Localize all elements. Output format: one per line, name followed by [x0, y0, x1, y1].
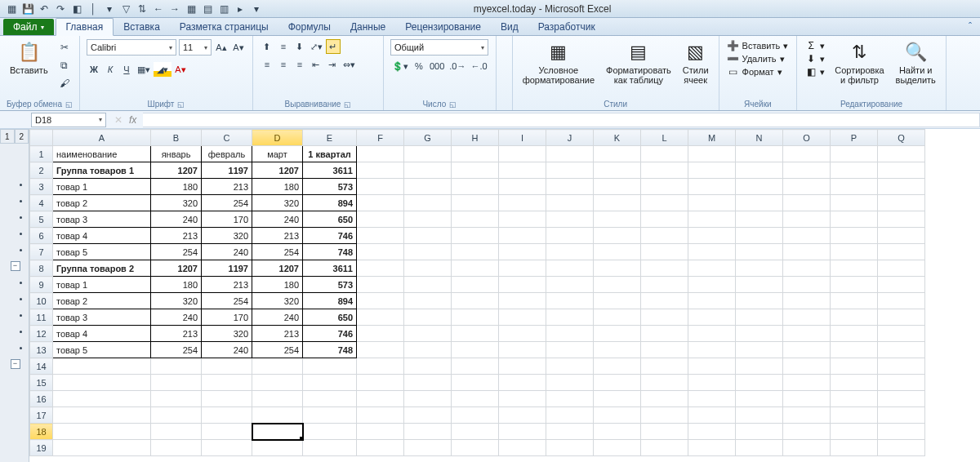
cell[interactable] — [641, 424, 688, 440]
cell[interactable]: 894 — [303, 293, 357, 309]
cell[interactable] — [878, 358, 925, 375]
tab-data[interactable]: Данные — [341, 19, 395, 35]
cell[interactable]: товар 4 — [53, 326, 151, 342]
cell[interactable]: 894 — [303, 195, 357, 211]
select-all-corner[interactable] — [30, 130, 53, 146]
tab-file[interactable]: Файл — [3, 19, 54, 35]
cell[interactable] — [404, 228, 452, 244]
cell[interactable]: товар 3 — [53, 309, 151, 326]
qat-icon-8[interactable]: ▥ — [217, 2, 230, 16]
save-icon[interactable]: 💾 — [21, 2, 34, 16]
cell[interactable] — [151, 424, 202, 440]
cell[interactable] — [641, 211, 688, 228]
cell[interactable] — [641, 440, 688, 456]
cell[interactable]: товар 1 — [53, 277, 151, 293]
column-header[interactable]: C — [202, 130, 252, 146]
cell[interactable] — [736, 293, 783, 309]
cell[interactable] — [878, 146, 925, 162]
font-color-button[interactable]: A▾ — [173, 62, 188, 77]
cell[interactable] — [831, 244, 878, 260]
cell[interactable] — [641, 375, 688, 391]
cell[interactable] — [688, 391, 736, 407]
cell[interactable]: 3611 — [303, 260, 357, 277]
cell[interactable] — [499, 211, 546, 228]
cell[interactable] — [546, 293, 594, 309]
cell[interactable] — [783, 424, 831, 440]
wrap-text-icon[interactable]: ↵ — [326, 39, 341, 54]
cell[interactable]: 254 — [252, 244, 303, 260]
cell[interactable]: 3611 — [303, 162, 357, 179]
cell[interactable] — [357, 146, 404, 162]
cell[interactable]: 254 — [151, 342, 202, 358]
cell[interactable] — [499, 375, 546, 391]
cell[interactable] — [594, 244, 641, 260]
qat-icon-4[interactable]: ← — [152, 2, 165, 16]
cell[interactable]: 240 — [252, 309, 303, 326]
cell[interactable] — [688, 228, 736, 244]
cell[interactable] — [594, 391, 641, 407]
cell[interactable]: 254 — [202, 195, 252, 211]
cell[interactable]: 240 — [202, 342, 252, 358]
column-header[interactable]: H — [452, 130, 499, 146]
row-header[interactable]: 14 — [30, 358, 53, 375]
cell[interactable]: 1207 — [252, 260, 303, 277]
qat-icon-3[interactable]: ⇅ — [136, 2, 149, 16]
clear-button[interactable]: ◧▾ — [804, 65, 826, 78]
align-middle-icon[interactable]: ≡ — [276, 39, 291, 54]
row-header[interactable]: 10 — [30, 293, 53, 309]
cell[interactable] — [736, 391, 783, 407]
cell[interactable] — [202, 391, 252, 407]
cell[interactable] — [252, 407, 303, 424]
cell[interactable] — [783, 342, 831, 358]
cell[interactable] — [831, 179, 878, 195]
cell[interactable] — [404, 277, 452, 293]
cell[interactable] — [357, 293, 404, 309]
cell[interactable] — [594, 326, 641, 342]
cell[interactable] — [546, 391, 594, 407]
cell[interactable] — [641, 407, 688, 424]
cell[interactable] — [831, 309, 878, 326]
cell[interactable]: 213 — [252, 228, 303, 244]
cell[interactable] — [357, 179, 404, 195]
cell[interactable] — [641, 195, 688, 211]
cell[interactable] — [499, 260, 546, 277]
cell[interactable] — [783, 309, 831, 326]
cell[interactable] — [303, 358, 357, 375]
border-button[interactable]: ▦▾ — [136, 62, 152, 77]
cell[interactable] — [452, 407, 499, 424]
cell[interactable] — [736, 162, 783, 179]
cell[interactable] — [831, 211, 878, 228]
qat-icon-2[interactable]: ▾ — [103, 2, 116, 16]
cell[interactable] — [688, 440, 736, 456]
cell[interactable] — [783, 391, 831, 407]
cell[interactable] — [404, 244, 452, 260]
cell[interactable] — [688, 211, 736, 228]
cell[interactable] — [404, 358, 452, 375]
row-header[interactable]: 17 — [30, 407, 53, 424]
percent-icon[interactable]: % — [412, 59, 426, 73]
cell[interactable] — [357, 391, 404, 407]
cell[interactable]: 320 — [202, 228, 252, 244]
cell[interactable] — [783, 211, 831, 228]
cell[interactable]: товар 5 — [53, 244, 151, 260]
cell[interactable] — [641, 309, 688, 326]
cell[interactable]: 1207 — [151, 162, 202, 179]
qat-icon[interactable]: ◧ — [70, 2, 83, 16]
cell[interactable] — [357, 162, 404, 179]
cell[interactable] — [452, 277, 499, 293]
cell[interactable] — [831, 195, 878, 211]
row-header[interactable]: 11 — [30, 309, 53, 326]
cell[interactable] — [303, 407, 357, 424]
cell[interactable] — [688, 326, 736, 342]
cell[interactable] — [688, 407, 736, 424]
cell[interactable] — [688, 293, 736, 309]
cell[interactable]: 1197 — [202, 162, 252, 179]
cell[interactable] — [546, 358, 594, 375]
cell[interactable] — [831, 277, 878, 293]
cell-styles-button[interactable]: ▧ Стили ячеек — [679, 39, 712, 87]
row-header[interactable]: 9 — [30, 277, 53, 293]
merge-center-icon[interactable]: ⇔▾ — [341, 57, 357, 72]
cell[interactable] — [831, 440, 878, 456]
collapse-ribbon-icon[interactable]: ˆ — [969, 21, 972, 33]
cell[interactable] — [404, 162, 452, 179]
